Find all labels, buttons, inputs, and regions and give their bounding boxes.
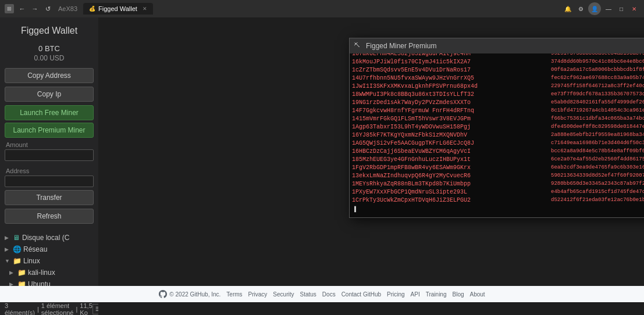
chevron-down-icon3: ▼	[5, 258, 10, 264]
github-security-link[interactable]: Security	[273, 291, 294, 298]
taskbar-right: 🔔 ⚙ 👤 — □ ✕	[563, 2, 639, 15]
wallet-balance: 0 BTC	[5, 44, 94, 53]
sidebar-item-disk[interactable]: ▶ 🖥 Disque local (C	[0, 232, 98, 244]
miner-output-line: 14F7GgkcvwH8rnfYFgrmuW FnrFH4dRFTnq8c1bf…	[352, 107, 644, 115]
sidebar-item-linux[interactable]: ▼ 📁 Linux	[0, 255, 98, 267]
github-terms-link[interactable]: Terms	[226, 291, 242, 298]
forward-button[interactable]: →	[30, 4, 40, 13]
explorer-footer: 3 élément(s) | 1 élément sélectionné | 1…	[0, 302, 98, 315]
file-size: 11,5 Ko	[80, 302, 92, 316]
kali-folder-icon: 📁	[17, 269, 26, 277]
sidebar: Figged Wallet 0 BTC 0.00 USD Copy Addres…	[0, 17, 99, 315]
github-api-link[interactable]: API	[411, 291, 420, 298]
miner-output: 1NWH3GvGFkFYyZAZBZUG78Usu3aq1V3e89cfadef…	[350, 53, 644, 217]
copy-address-button[interactable]: Copy Address	[5, 68, 94, 83]
amount-label: Amount	[6, 141, 92, 148]
miner-output-line: 1415mVmrFGkGQ1FLSmT5hVswr3V8EVJGPmf66bc7…	[352, 115, 644, 123]
items-count: 3 élément(s)	[5, 302, 35, 316]
wallet-usd: 0.00 USD	[5, 54, 94, 62]
miner-output-line: 1MEYsRhkyaZqR88nBLm3TKpd8b7KiUmbpp9280bb…	[352, 180, 644, 188]
kali-label: kali-linux	[28, 269, 94, 277]
settings-icon[interactable]: ⚙	[575, 3, 586, 14]
github-training-link[interactable]: Training	[426, 291, 447, 298]
main-layout: Figged Wallet 0 BTC 0.00 USD Copy Addres…	[0, 17, 644, 315]
miner-output-line: 16HBCzDzCajj6SbeaEVuWBZYCM6qAgyVcIbcc62a…	[352, 148, 644, 156]
github-copyright: © 2022 GitHub, Inc.	[169, 291, 220, 298]
miner-output-line: 1CrPkTy3UcWkZmCpxHTDVqH6JiZ3ELPGU2d52241…	[352, 196, 644, 205]
github-footer: © 2022 GitHub, Inc. Terms Privacy Securi…	[0, 286, 644, 302]
linux-folder-icon: 📁	[13, 257, 21, 265]
minimize-window[interactable]: —	[603, 3, 614, 14]
chevron-right-icon: ▶	[5, 235, 10, 241]
refresh-nav-button[interactable]: ↺	[43, 4, 52, 13]
tab-close-icon[interactable]: ✕	[143, 6, 147, 12]
chevron-right-icon2: ▶	[5, 246, 10, 252]
wallet-title: Figged Wallet	[5, 23, 94, 38]
github-privacy-link[interactable]: Privacy	[248, 291, 268, 298]
miner-output-line: 1AG5QWjSi2vFe5AACGugpTKFrLG6ECJcQ8Jc7164…	[352, 139, 644, 148]
miner-output-line: 185MzhEUEG3ye4GFnGnhuLuczIHBUPyx1t6ce2a0…	[352, 156, 644, 164]
miner-output-line: 19NG1rzDed1sAk7WayDy2PVzZmdesXXXToe5ab0d…	[352, 99, 644, 107]
amount-input[interactable]	[5, 149, 94, 161]
github-pricing-link[interactable]: Pricing	[387, 291, 405, 298]
linux-label: Linux	[23, 257, 94, 265]
network-label: Réseau	[23, 245, 94, 253]
address-bar-text: AeX83	[58, 5, 77, 12]
github-blog-link[interactable]: Blog	[452, 291, 464, 298]
github-contact-link[interactable]: Contact GitHub	[341, 291, 381, 298]
tab-label: Figged Wallet	[98, 5, 137, 12]
taskbar: ⊞ ← → ↺ AeX83 💰 Figged Wallet ✕ 🔔 ⚙ 👤 — …	[0, 0, 644, 17]
miner-titlebar: ⛏ Figged Miner Premium — □ ✕	[350, 38, 644, 53]
hdd-icon: 🖥	[13, 234, 20, 242]
sidebar-item-kali[interactable]: ▶ 📁 kali-linux	[0, 267, 98, 278]
miner-output-line: 1cZrZTbmSQdsvv5EnE5v4DVu1DrNaRos1700f6a2…	[352, 66, 644, 74]
list-view-button[interactable]: ☰	[92, 304, 99, 314]
view-icons: ☰ ⊞	[92, 304, 99, 314]
miner-output-line: 13ekxLmNaZIndhuqvpQ6R4gY2MyCvuecR6590213…	[352, 172, 644, 180]
copy-ip-button[interactable]: Copy Ip	[5, 87, 94, 102]
miner-output-line: 16YJ85kF7KTKgYQxmNzFbkS1zMXQNVDhV2a888e8…	[352, 131, 644, 139]
address-input[interactable]	[5, 176, 94, 187]
miner-window-icon: ⛏	[354, 42, 362, 50]
launch-premium-miner-button[interactable]: Launch Premium Miner	[5, 123, 94, 138]
selected-count: 1 élément sélectionné	[41, 302, 74, 316]
sidebar-item-network[interactable]: ▶ 🌐 Réseau	[0, 244, 98, 255]
launch-free-miner-button[interactable]: Launch Free Miner	[5, 105, 94, 120]
miner-output-line: 14U7rfhbnn5NU5fvxaSWAyw9JHzVnGrrXQ5fec62…	[352, 74, 644, 83]
miner-output-line: 1JwI1I3SKFxXMKvxaLgknhFPSVPrnu68px4d2297…	[352, 83, 644, 91]
notifications-icon[interactable]: 🔔	[563, 3, 573, 14]
miner-output-line: 167akOErnm4AL582j852WgudFA1tj9e4hM99291f…	[352, 53, 644, 58]
miner-output-line: 1PXyEW7XxXFbGCP1QmdNruSL3ipte293Le4b4afb…	[352, 188, 644, 196]
miner-output-line: 18WWMPuI3Pk8c8BBq3u86xt3TDIsYLLfT32ee73f…	[352, 91, 644, 99]
miner-output-line: 16kMouJPJiWl0f1s70CIymJ41ic5kIX2A7374d8d…	[352, 58, 644, 66]
miner-window-title: Figged Miner Premium	[366, 42, 644, 50]
figged-wallet-tab[interactable]: 💰 Figged Wallet ✕	[83, 3, 153, 15]
refresh-button[interactable]: Refresh	[5, 209, 94, 224]
windows-icon[interactable]: ⊞	[5, 4, 14, 13]
github-docs-link[interactable]: Docs	[322, 291, 336, 298]
maximize-window[interactable]: □	[616, 3, 627, 14]
back-button[interactable]: ←	[17, 4, 27, 13]
miner-output-line: 1Agp63TabxrI53L9hT4yWDOVwuSH158Pgjdfe450…	[352, 123, 644, 131]
wallet-panel: Figged Wallet 0 BTC 0.00 USD Copy Addres…	[0, 17, 98, 230]
taskbar-left: ⊞ ← → ↺ AeX83 💰 Figged Wallet ✕	[5, 3, 153, 15]
disk-label: Disque local (C	[22, 234, 94, 242]
github-status-link[interactable]: Status	[300, 291, 316, 298]
transfer-button[interactable]: Transfer	[5, 190, 94, 205]
network-icon: 🌐	[13, 245, 21, 253]
miner-cursor: ▌	[352, 205, 644, 215]
close-window[interactable]: ✕	[629, 3, 639, 14]
chevron-right-icon4: ▶	[9, 270, 15, 275]
account-icon[interactable]: 👤	[588, 2, 601, 15]
github-logo-area: © 2022 GitHub, Inc.	[159, 290, 220, 298]
github-about-link[interactable]: About	[470, 291, 485, 298]
miner-window: ⛏ Figged Miner Premium — □ ✕ 1NWH3GvGFkF…	[349, 38, 644, 218]
content-area: ⛏ Figged Miner Premium — □ ✕ 1NWH3GvGFkF…	[99, 17, 644, 315]
miner-output-line: 1FgV2RbGDP1mpRFB8wBR4vy6ESAWm9GKrx6eab2c…	[352, 164, 644, 172]
address-label: Address	[6, 167, 92, 174]
